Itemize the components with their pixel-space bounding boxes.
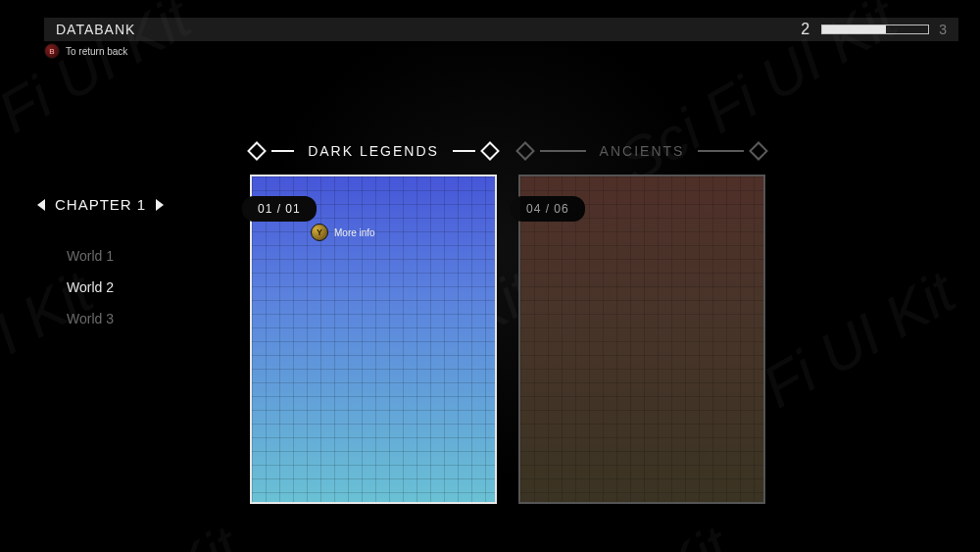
more-info-label: More info [334,227,375,238]
b-button-icon[interactable]: B [44,43,60,59]
diamond-icon [749,141,768,161]
progress-total: 3 [939,22,947,37]
heading-line [540,150,586,152]
card-title: DARK LEGENDS [302,143,445,159]
watermark-text: Sci Fi UI Kit [441,513,741,552]
databank-card[interactable]: DARK LEGENDS01 / 01YMore info [250,139,497,504]
back-label: To return back [66,46,127,57]
chapter-label: CHAPTER 1 [55,196,146,213]
world-item[interactable]: World 2 [29,272,206,303]
card-body[interactable]: 01 / 01YMore info [250,175,497,504]
chapter-selector: CHAPTER 1 [29,196,206,213]
watermark-text: Sci Fi UI Kit [0,513,251,552]
diamond-icon [480,141,500,161]
diamond-icon [515,141,535,161]
more-info-hint: YMore info [311,224,375,241]
chapter-prev-arrow-icon[interactable] [37,199,45,211]
world-item[interactable]: World 3 [29,303,206,334]
sidebar: CHAPTER 1 World 1World 2World 3 [29,196,206,334]
page-title: DATABANK [56,22,795,37]
progress-current: 2 [801,21,809,38]
header-bar: DATABANK 2 3 [44,18,958,41]
world-list: World 1World 2World 3 [29,240,206,334]
card-heading: ANCIENTS [518,139,765,163]
dim-overlay [520,176,763,502]
back-hint: B To return back [44,43,127,59]
heading-line [698,150,744,152]
diamond-icon [247,141,267,161]
progress-bar [821,25,929,34]
card-row: DARK LEGENDS01 / 01YMore infoANCIENTS04 … [250,139,765,504]
card-heading: DARK LEGENDS [250,139,497,163]
databank-card[interactable]: ANCIENTS04 / 06 [518,139,765,504]
chapter-next-arrow-icon[interactable] [156,199,164,211]
count-badge: 01 / 01 [242,196,317,222]
world-item[interactable]: World 1 [29,240,206,272]
card-title: ANCIENTS [594,143,691,159]
progress-fill [822,25,886,33]
heading-line [271,150,294,152]
card-body[interactable]: 04 / 06 [518,175,765,504]
y-button-icon[interactable]: Y [311,224,328,241]
heading-line [453,150,475,152]
